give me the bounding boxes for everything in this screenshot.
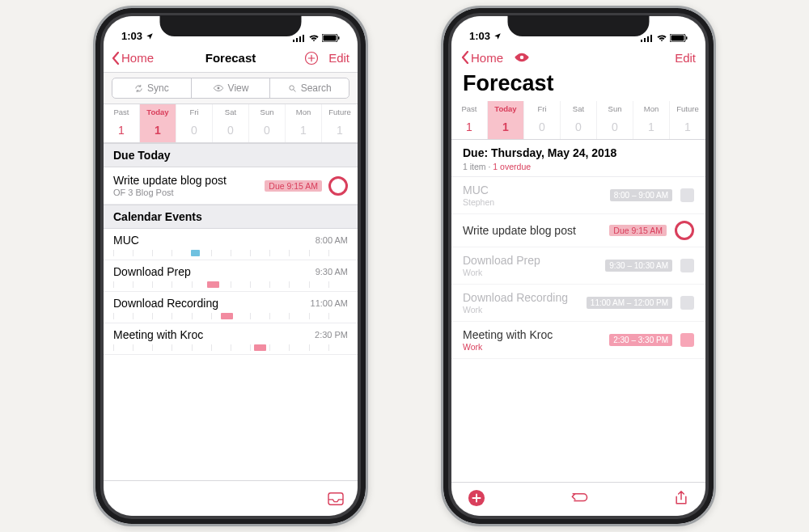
event-title: Meeting with Kroc — [463, 328, 601, 341]
svg-rect-17 — [686, 36, 688, 40]
svg-point-18 — [520, 56, 524, 60]
task-title: Write update blog post — [113, 174, 258, 187]
event-time: 8:00 AM — [316, 235, 348, 245]
due-count: 1 item — [463, 162, 486, 171]
event-title: MUC — [463, 184, 602, 196]
edit-button[interactable]: Edit — [675, 51, 696, 65]
day-mon[interactable]: Mon1 — [633, 101, 669, 139]
day-sat[interactable]: Sat0 — [212, 104, 248, 142]
day-sun[interactable]: Sun0 — [248, 104, 285, 142]
location-icon — [493, 32, 502, 40]
add-icon[interactable] — [304, 51, 319, 65]
task-checkbox[interactable] — [328, 176, 348, 196]
seg-search-label: Search — [301, 82, 332, 94]
day-fri[interactable]: Fri0 — [523, 101, 560, 139]
svg-rect-16 — [671, 36, 684, 41]
svg-point-8 — [217, 87, 219, 90]
notch — [160, 15, 302, 36]
day-mon[interactable]: Mon1 — [285, 104, 321, 142]
task-title: Write update blog post — [463, 224, 601, 237]
battery-icon — [670, 34, 688, 42]
svg-rect-0 — [293, 40, 294, 42]
nav-bar: Home Forecast Edit — [104, 44, 358, 73]
calendar-icon — [680, 188, 694, 202]
timeline — [113, 313, 348, 319]
timeline — [113, 344, 348, 351]
event-row[interactable]: Meeting with Kroc2:30 PM — [104, 323, 358, 355]
section-events: Calendar Events — [104, 205, 358, 229]
due-chip: Due 9:15 AM — [265, 180, 322, 192]
segmented-row: Sync View Search — [104, 73, 358, 104]
signal-icon — [293, 34, 306, 42]
svg-rect-11 — [641, 40, 642, 42]
event-title: Download Prep — [113, 265, 191, 278]
seg-view[interactable]: View — [192, 78, 271, 98]
back-label: Home — [121, 51, 154, 65]
overdue-count: 1 overdue — [493, 162, 531, 171]
edit-button[interactable]: Edit — [328, 51, 349, 65]
status-time: 1:03 — [469, 30, 490, 42]
day-strip-B: Past1Today1Fri0Sat0Sun0Mon1Future1 — [451, 101, 705, 140]
battery-icon — [322, 34, 340, 42]
event-title: MUC — [113, 234, 139, 247]
event-sub: Work — [463, 342, 601, 352]
share-icon[interactable] — [673, 490, 689, 506]
day-past[interactable]: Past1 — [451, 101, 487, 139]
seg-view-label: View — [228, 82, 249, 94]
time-badge: 8:00 – 9:00 AM — [610, 189, 672, 201]
seg-search[interactable]: Search — [270, 78, 349, 98]
svg-rect-12 — [644, 38, 646, 42]
svg-rect-13 — [647, 36, 649, 42]
eye-icon[interactable] — [513, 52, 531, 63]
nav-bar: Home Edit — [451, 44, 705, 71]
event-row[interactable]: Download RecordingWork11:00 AM – 12:00 P… — [451, 285, 705, 322]
calendar-icon — [680, 296, 694, 310]
status-time: 1:03 — [121, 30, 142, 42]
day-today[interactable]: Today1 — [139, 104, 176, 142]
task-row[interactable]: Write update blog post OF 3 Blog Post Du… — [104, 167, 358, 205]
event-row[interactable]: Download Prep9:30 AM — [104, 260, 358, 292]
event-row[interactable]: MUC8:00 AM — [104, 229, 358, 260]
section-due-today: Due Today — [104, 143, 358, 167]
calendar-icon — [680, 333, 694, 347]
rows-list-B: MUCStephen8:00 – 9:00 AMWrite update blo… — [451, 177, 705, 359]
signal-icon — [641, 34, 654, 42]
event-title: Download Recording — [113, 297, 218, 310]
day-sun[interactable]: Sun0 — [596, 101, 633, 139]
task-row[interactable]: Write update blog postDue 9:15 AM — [451, 214, 705, 247]
day-strip-A: Past1Today1Fri0Sat0Sun0Mon1Future1 — [104, 104, 358, 143]
day-sat[interactable]: Sat0 — [560, 101, 596, 139]
back-label: Home — [471, 51, 503, 65]
event-row[interactable]: Download PrepWork9:30 – 10:30 AM — [451, 247, 705, 285]
svg-rect-5 — [324, 36, 337, 41]
back-button[interactable]: Home — [112, 51, 154, 65]
svg-rect-3 — [303, 35, 304, 42]
event-row[interactable]: MUCStephen8:00 – 9:00 AM — [451, 177, 705, 214]
seg-sync-label: Sync — [147, 82, 169, 94]
day-fri[interactable]: Fri0 — [176, 104, 212, 142]
timeline — [113, 250, 348, 256]
due-header-title: Due: Thursday, May 24, 2018 — [463, 146, 694, 159]
due-header: Due: Thursday, May 24, 2018 1 item · 1 o… — [451, 140, 705, 177]
event-row[interactable]: Meeting with KrocWork2:30 – 3:30 PM — [451, 322, 705, 359]
undo-icon[interactable] — [569, 491, 590, 505]
task-checkbox[interactable] — [675, 221, 694, 240]
add-icon[interactable] — [468, 489, 485, 507]
seg-sync[interactable]: Sync — [112, 78, 192, 98]
inbox-icon[interactable] — [327, 492, 345, 506]
screen-right: 1:03 Home Edit Forecast Past1Today1Fri0S… — [451, 16, 705, 516]
location-icon — [146, 32, 154, 40]
day-past[interactable]: Past1 — [104, 104, 139, 142]
screen-left: 1:03 Home Forecast Edit Sync — [104, 16, 358, 516]
day-future[interactable]: Future1 — [321, 104, 358, 142]
svg-rect-14 — [650, 35, 652, 42]
event-row[interactable]: Download Recording11:00 AM — [104, 292, 358, 323]
wifi-icon — [656, 34, 667, 42]
large-title: Forecast — [451, 71, 705, 101]
day-today[interactable]: Today1 — [487, 101, 523, 139]
wifi-icon — [308, 34, 320, 42]
calendar-icon — [680, 259, 694, 272]
back-button[interactable]: Home — [461, 51, 503, 65]
event-title: Download Recording — [463, 291, 578, 304]
day-future[interactable]: Future1 — [669, 101, 705, 139]
